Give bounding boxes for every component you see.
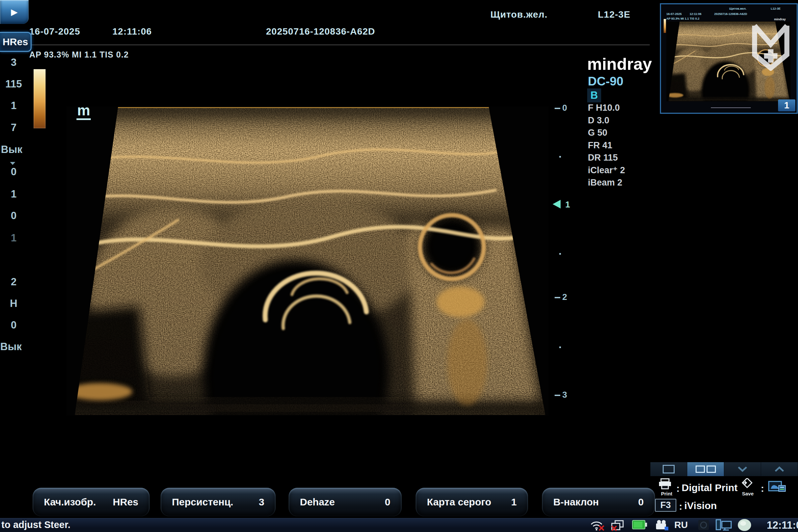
softkey-value: 1 <box>511 496 517 508</box>
sidebar-value: 0 <box>0 319 27 332</box>
save-key-hint: Save <box>740 478 756 496</box>
mode-badge: B <box>587 89 601 102</box>
printer-icon <box>658 478 672 490</box>
ultrasound-image <box>66 107 549 416</box>
colon: : <box>761 483 764 494</box>
depth-tick-3: 3 <box>555 390 578 400</box>
softkey-persistence[interactable]: Персистенц. 3 <box>160 488 276 516</box>
sidebar-value: 3 <box>0 56 27 69</box>
sidebar-dropdown-off[interactable]: Вык <box>0 143 25 156</box>
f3-action-label: iVision <box>684 500 717 511</box>
sidebar-value: 1 <box>0 188 27 201</box>
thumb-preset: Щитов.жел. <box>729 7 746 10</box>
acoustic-output-readout: AP 93.3% MI 1.1 TIS 0.2 <box>29 50 129 59</box>
exam-date: 16-07-2025 <box>29 26 80 37</box>
probe-label: L12-3E <box>598 9 630 20</box>
softkey-gray-map[interactable]: Карта серого 1 <box>416 488 528 516</box>
screen-save-icon <box>768 480 787 495</box>
softkey-value: 3 <box>259 496 264 508</box>
thumb-exam-id: 20250716-120836-A62D <box>714 12 747 16</box>
thumb-probe: L12-3E <box>771 7 781 10</box>
dimmed-status-icon <box>698 520 709 530</box>
wifi-disconnected-icon <box>590 520 605 531</box>
param-gain: G 50 <box>588 127 674 139</box>
tick-dash <box>555 395 560 396</box>
camera-icon <box>656 519 669 531</box>
sidebar-value: 115 <box>0 77 27 91</box>
thumb-date: 16-07-2025 <box>666 12 682 16</box>
cine-thumbnail[interactable]: Щитов.жел. L12-3E 16-07-2025 12:11:06 20… <box>660 3 798 114</box>
colon: : <box>676 483 680 494</box>
sidebar-value: 0 <box>0 165 27 178</box>
watermark-logo-icon <box>751 24 791 71</box>
tick-dash <box>555 108 560 109</box>
save-icon <box>740 478 754 490</box>
thumb-colorbar <box>664 19 666 33</box>
right-arrow-icon: ▶ <box>11 7 18 17</box>
print-action-label: Digital Print <box>682 482 738 493</box>
depth-minor-tick <box>559 156 561 158</box>
f3-key-label: F3 <box>660 500 671 510</box>
keyboard-language[interactable]: RU <box>674 520 688 530</box>
ultrasound-screen: Щитов.жел. L12-3E 16-07-2025 12:11:06 20… <box>0 0 798 532</box>
status-message: to adjust Steer. <box>1 519 71 530</box>
header-separator <box>28 44 650 45</box>
layout-tabstrip <box>650 462 798 476</box>
softkey-value: HRes <box>113 496 138 508</box>
sidebar-value: 2 <box>0 275 27 289</box>
sidebar-value-dim: 1 <box>0 231 27 245</box>
softkey-value: 0 <box>638 496 644 508</box>
brand-model: DC-90 <box>588 75 624 89</box>
brand-logo: mindray <box>587 55 652 74</box>
f3-keycap: F3 <box>655 499 676 512</box>
sidebar-value: 0 <box>0 209 27 223</box>
tick-dash <box>555 297 560 298</box>
tab-single-frame[interactable] <box>650 462 687 476</box>
depth-minor-tick <box>559 346 561 348</box>
softkey-label: Карта серого <box>427 496 491 508</box>
depth-tick-0: 0 <box>555 103 578 113</box>
print-key-hint: Print <box>658 478 676 496</box>
colon: : <box>679 501 682 512</box>
softkey-label: Dehaze <box>300 496 335 508</box>
param-ibeam: iBeam 2 <box>588 176 674 189</box>
focus-marker-label: 1 <box>565 200 570 210</box>
sidebar-value: Вык <box>0 340 25 354</box>
image-quality-tab-label: HRes <box>3 36 28 48</box>
tab-dual-frame[interactable] <box>687 462 724 476</box>
tick-label: 2 <box>562 292 567 302</box>
dual-frame-icon <box>706 466 716 473</box>
sidebar-value: 1 <box>0 99 27 112</box>
sidebar-value: H <box>0 297 27 310</box>
thumb-acoustic: AP 93.3% MI 1.1 TIS 0.2 <box>666 17 699 20</box>
tab-collapse[interactable] <box>724 462 761 476</box>
chevron-down-icon <box>738 466 747 472</box>
softkey-image-quality[interactable]: Кач.изобр. HRes <box>33 488 150 516</box>
grayscale-colorbar <box>34 69 45 128</box>
tick-label: 3 <box>562 390 567 400</box>
exam-time: 12:11:06 <box>112 26 152 37</box>
network-disconnected-icon <box>610 519 626 531</box>
status-clock: 12:11:06 <box>767 519 798 531</box>
exam-id: 20250716-120836-A62D <box>266 26 375 37</box>
thumbnail-index-badge: 1 <box>778 99 795 111</box>
dual-frame-icon <box>696 466 705 473</box>
sidebar-dropdown-label: Вык <box>1 144 22 155</box>
depth-tick-2: 2 <box>555 292 578 302</box>
focus-marker-icon[interactable] <box>552 199 562 209</box>
save-key-label: Save <box>740 491 756 496</box>
tab-expand[interactable] <box>761 462 798 476</box>
workstation-icon <box>716 519 732 531</box>
panel-expand-tab[interactable]: ▶ <box>0 0 28 24</box>
chevron-up-icon <box>774 466 784 472</box>
softkey-b-steer[interactable]: В-наклон 0 <box>542 488 655 516</box>
sidebar-value: 7 <box>0 121 27 134</box>
softkey-label: В-наклон <box>553 496 599 508</box>
chevron-down-icon <box>10 162 15 165</box>
depth-minor-tick <box>559 253 561 255</box>
softkey-label: Персистенц. <box>172 496 233 508</box>
image-quality-tab[interactable]: HRes <box>0 32 32 52</box>
thumb-time: 12:11:06 <box>690 12 702 16</box>
softkey-dehaze[interactable]: Dehaze 0 <box>289 488 402 516</box>
param-framerate: FR 41 <box>588 139 674 152</box>
